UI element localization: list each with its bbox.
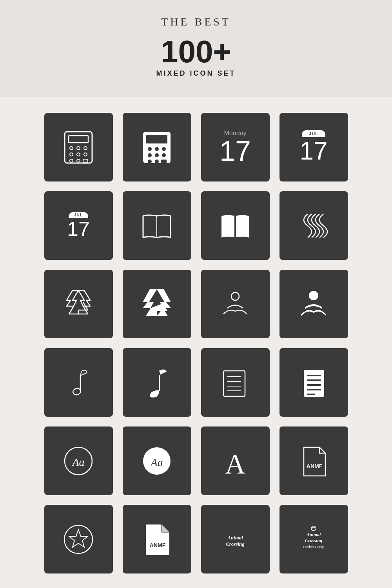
meditate-solid-tile[interactable] [279, 270, 348, 338]
svg-text:Crossing: Crossing [305, 538, 322, 543]
svg-text:Animal: Animal [227, 535, 243, 541]
calculator-outline-tile[interactable] [44, 113, 113, 181]
svg-point-20 [155, 160, 159, 163]
calendar-month-bar-sm: JUL [69, 212, 88, 218]
book-outline-tile[interactable] [123, 191, 191, 260]
font-a-large-tile[interactable]: A [201, 426, 270, 495]
header-title: THE BEST [8, 16, 384, 28]
svg-point-3 [77, 147, 80, 150]
svg-rect-37 [307, 389, 321, 390]
svg-point-5 [70, 153, 73, 156]
svg-point-19 [148, 160, 152, 163]
svg-text:Pocket  Camp: Pocket Camp [303, 545, 324, 549]
svg-text:Aa: Aa [71, 456, 84, 468]
calendar-monday-label: Monday 17 [220, 130, 251, 165]
svg-rect-33 [304, 370, 324, 397]
calendar-jul-17-small-tile[interactable]: JUL 17 [44, 191, 113, 260]
svg-point-24 [231, 292, 239, 300]
svg-text:ANMF: ANMF [307, 463, 323, 469]
svg-point-18 [162, 153, 166, 157]
animal-crossing-outline-tile[interactable]: Animal Crossing [201, 505, 270, 573]
svg-rect-23 [234, 216, 236, 238]
calendar-month-bar: JUL [302, 130, 325, 137]
header: THE BEST 100+ MIXED ICON SET [0, 0, 392, 97]
news-solid-tile[interactable] [279, 348, 348, 417]
svg-rect-28 [223, 371, 245, 396]
header-subtitle: MIXED ICON SET [8, 69, 384, 78]
calendar-date-large: 17 [299, 137, 327, 165]
svg-point-16 [148, 153, 152, 157]
svg-text:ANMF: ANMF [150, 542, 166, 548]
icon-grid: Monday 17 JUL 17 JUL 17 [0, 97, 392, 588]
recycle-solid-tile[interactable] [123, 270, 191, 338]
header-number: 100+ [8, 36, 384, 67]
svg-rect-36 [307, 384, 321, 386]
svg-point-15 [162, 147, 166, 151]
svg-text:Animal: Animal [306, 532, 321, 537]
svg-point-13 [148, 147, 152, 151]
calendar-day-number: 17 [220, 137, 251, 165]
svg-rect-38 [307, 394, 315, 395]
svg-text:A: A [225, 448, 245, 480]
svg-point-14 [155, 147, 159, 151]
svg-point-17 [155, 153, 159, 157]
book-solid-tile[interactable] [201, 191, 270, 260]
svg-point-53 [311, 526, 316, 531]
svg-point-8 [70, 159, 73, 162]
animal-crossing-pocket-tile[interactable]: Animal Crossing Pocket Camp [279, 505, 348, 573]
anmf-file-outline-tile[interactable]: ANMF [279, 426, 348, 495]
calendar-jul-small: JUL 17 [67, 211, 90, 240]
svg-point-7 [84, 153, 87, 156]
svg-point-9 [77, 159, 80, 162]
svg-marker-46 [69, 530, 88, 547]
recycle-outline-tile[interactable] [44, 270, 113, 338]
svg-rect-35 [307, 379, 321, 381]
svg-point-6 [77, 153, 80, 156]
svg-rect-12 [146, 135, 167, 143]
font-aa-solid-tile[interactable]: Aa [123, 426, 191, 495]
svg-rect-21 [161, 160, 167, 163]
svg-text:Aa: Aa [150, 456, 163, 468]
calendar-jul-17-large-tile[interactable]: JUL 17 [279, 113, 348, 181]
svg-text:Crossing: Crossing [226, 541, 245, 547]
anmf-file-solid-tile[interactable]: ANMF [123, 505, 191, 573]
calendar-monday-17-tile[interactable]: Monday 17 [201, 113, 270, 181]
svg-point-2 [70, 147, 73, 150]
svg-rect-10 [83, 159, 88, 162]
meditate-outline-tile[interactable] [201, 270, 270, 338]
svg-rect-1 [69, 136, 88, 143]
news-outline-tile[interactable] [201, 348, 270, 417]
star-circle-tile[interactable] [44, 505, 113, 573]
music-note-outline-tile[interactable] [44, 348, 113, 417]
calendar-date-small: 17 [67, 218, 90, 240]
svg-point-25 [309, 291, 318, 300]
calendar-jul-large: JUL 17 [299, 130, 327, 165]
music-note-solid-tile[interactable] [123, 348, 191, 417]
calculator-solid-tile[interactable] [123, 113, 191, 181]
svg-point-4 [84, 147, 87, 150]
waves-tile[interactable] [279, 191, 348, 260]
font-aa-outline-tile[interactable]: Aa [44, 426, 113, 495]
svg-rect-34 [307, 375, 321, 376]
